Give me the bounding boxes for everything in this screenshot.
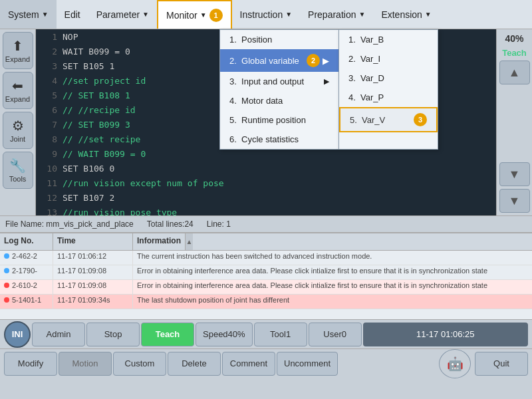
expand-up-button[interactable]: ⬆ Expand: [3, 32, 33, 69]
menu-bar: System ▼ Edit Parameter ▼ Monitor ▼ 1 In…: [0, 0, 532, 29]
log-dot-blue: [4, 253, 9, 259]
submenu-item-var-d[interactable]: 3. Var_D: [339, 68, 438, 88]
line-text: //run vision except num of pose: [63, 178, 224, 188]
code-line[interactable]: 10SET B106 0: [36, 161, 496, 176]
log-row-selected: 5-1401-1 11-17 01:09:34s The last shutdo…: [0, 295, 532, 309]
menu-monitor[interactable]: Monitor ▼ 1: [157, 0, 232, 29]
code-line[interactable]: 13//run vision pose type: [36, 205, 496, 215]
menu-item-cycle-statistics[interactable]: 6. Cycle statistics: [220, 130, 338, 149]
menu-item-position[interactable]: 1. Position: [220, 30, 338, 49]
menu-preparation[interactable]: Preparation ▼: [300, 0, 373, 29]
tool-button[interactable]: Tool1: [254, 323, 307, 346]
speed-button[interactable]: Speed40%: [196, 323, 253, 346]
log-row: 2-1790- 11-17 01:09:08 Error in obtainin…: [0, 265, 532, 280]
log-time: 11-17 01:09:08: [53, 280, 133, 294]
tools-icon: 🔧: [9, 158, 26, 174]
line-number: 9: [39, 149, 57, 159]
line-text: SET B106 0: [63, 164, 114, 174]
scroll-up-button[interactable]: ▲: [499, 61, 530, 84]
log-info: The last shutdown position of joint has …: [133, 295, 532, 309]
datetime-display: 11-17 01:06:25: [363, 323, 528, 346]
line-number: 3: [39, 61, 57, 71]
admin-button[interactable]: Admin: [32, 323, 85, 346]
chevron-down-icon: ▼: [285, 11, 292, 18]
scroll-down-button-1[interactable]: ▼: [499, 162, 530, 186]
log-time: 11-17 01:09:08: [53, 265, 133, 279]
log-num: 5-1401-1: [0, 295, 53, 309]
chevron-right-icon: ▶: [324, 77, 329, 86]
line-text: // //set recipe: [63, 134, 140, 144]
expand-left-button[interactable]: ⬅ Expand: [3, 72, 33, 109]
log-area: Log No. Time Information ▲ 2-462-2 11-17…: [0, 233, 532, 319]
tools-label: Tools: [9, 175, 27, 183]
robot-3d-icon[interactable]: 🤖: [439, 349, 471, 378]
chevron-down-icon: ▼: [42, 11, 49, 18]
global-variable-submenu: 1. Var_B 2. Var_I 3. Var_D 4. Var_P 5. V…: [338, 29, 438, 150]
log-info: The current instruction has been switche…: [133, 251, 532, 265]
submenu-item-var-i[interactable]: 2. Var_I: [339, 49, 438, 68]
line-number: 8: [39, 134, 57, 144]
uncomment-button[interactable]: Uncomment: [277, 352, 338, 376]
submenu-item-var-p[interactable]: 4. Var_P: [339, 88, 438, 107]
menu-extension[interactable]: Extension ▼: [373, 0, 439, 29]
badge-1: 1: [209, 9, 223, 22]
left-sidebar: ⬆ Expand ⬅ Expand ⚙ Joint 🔧 Tools: [0, 29, 36, 215]
menu-item-motor-data[interactable]: 4. Motor data: [220, 91, 338, 110]
log-dot-blue: [4, 268, 9, 273]
log-row-error: 2-610-2 11-17 01:09:08 Error in obtainin…: [0, 280, 532, 295]
log-num: 2-610-2: [0, 280, 53, 294]
menu-item-global-variable[interactable]: 2. Global variable 2 ▶: [220, 49, 338, 72]
chevron-down-icon: ▼: [142, 11, 149, 18]
submenu-item-var-v[interactable]: 5. Var_V 3: [339, 107, 438, 132]
code-line[interactable]: 11//run vision except num of pose: [36, 176, 496, 190]
badge-3: 3: [414, 113, 427, 126]
tools-button[interactable]: 🔧 Tools: [3, 152, 33, 189]
line-number: 10: [39, 164, 57, 174]
line-number: 6: [39, 105, 57, 115]
right-sidebar: 40% Teach ▲ ▼ ▼: [496, 29, 532, 215]
log-scroll-icon[interactable]: ▲: [185, 233, 193, 250]
line-number: 2: [39, 47, 57, 57]
line-text: //run vision pose type: [63, 207, 177, 216]
submenu-item-var-b[interactable]: 1. Var_B: [339, 30, 438, 49]
expand-label2: Expand: [5, 95, 30, 103]
menu-instruction[interactable]: Instruction ▼: [232, 0, 301, 29]
motion-button[interactable]: Motion: [59, 352, 112, 376]
teach-label: Teach: [502, 48, 527, 58]
comment-button[interactable]: Comment: [222, 352, 275, 376]
code-line[interactable]: 12SET B107 2: [36, 190, 496, 205]
badge-2: 2: [307, 54, 320, 67]
log-dot-red: [4, 297, 9, 303]
menu-item-runtime-position[interactable]: 5. Runtime position: [220, 110, 338, 130]
chevron-down-icon: ▼: [358, 11, 365, 18]
monitor-dropdown: 1. Position 2. Global variable 2 ▶ 3. In…: [219, 29, 438, 150]
log-col-time: Time: [53, 233, 133, 250]
ini-button[interactable]: INI: [4, 321, 31, 348]
teach-button[interactable]: Teach: [141, 323, 194, 346]
chevron-down-icon: ▼: [200, 11, 207, 19]
custom-button[interactable]: Custom: [113, 352, 166, 376]
line-text: SET B105 1: [63, 61, 114, 71]
log-row: 2-462-2 11-17 01:06:12 The current instr…: [0, 251, 532, 265]
stop-button[interactable]: Stop: [86, 323, 140, 346]
log-dot-red: [4, 283, 9, 288]
modify-button[interactable]: Modify: [4, 352, 57, 376]
scroll-down-button-2[interactable]: ▼: [499, 189, 530, 213]
menu-parameter[interactable]: Parameter ▼: [88, 0, 157, 29]
joint-button[interactable]: ⚙ Joint: [3, 112, 33, 149]
delete-button[interactable]: Delete: [168, 352, 221, 376]
filename-label: File Name: mm_vis_pick_and_place: [5, 219, 134, 229]
line-number: 11: [39, 178, 57, 188]
menu-edit[interactable]: Edit: [57, 0, 88, 29]
line-text: // SET B099 3: [63, 120, 130, 130]
menu-system[interactable]: System ▼: [0, 0, 57, 29]
line-text: // //recipe id: [63, 105, 136, 115]
line-text: SET B107 2: [63, 193, 114, 203]
menu-item-input-output[interactable]: 3. Input and output ▶: [220, 72, 338, 91]
speed-percent: 40%: [505, 32, 523, 45]
expand-label: Expand: [5, 55, 30, 63]
quit-button[interactable]: Quit: [475, 352, 528, 376]
user-button[interactable]: User0: [309, 323, 362, 346]
line-text: //set project id: [63, 76, 146, 86]
line-text: // SET B108 1: [63, 90, 130, 100]
